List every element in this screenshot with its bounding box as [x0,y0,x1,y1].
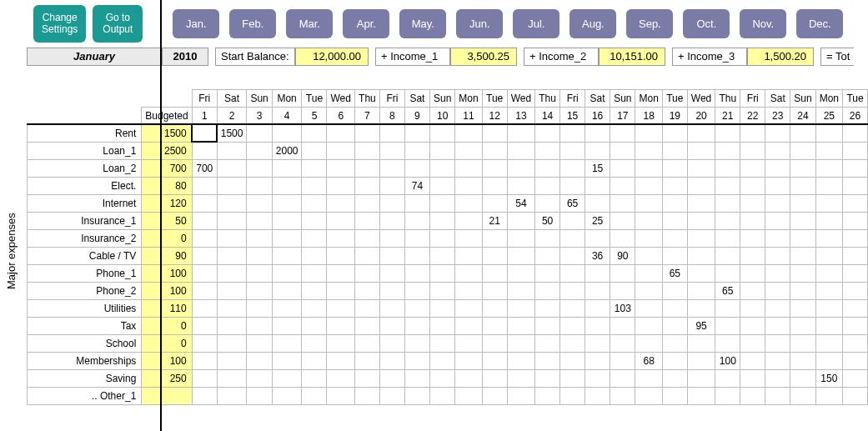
day-cell[interactable] [662,317,687,334]
day-cell[interactable] [327,317,354,334]
day-cell[interactable] [560,264,585,282]
day-cell[interactable] [217,194,247,212]
day-cell[interactable] [354,264,379,282]
day-cell[interactable] [404,124,429,142]
day-cell[interactable] [635,317,662,334]
day-cell[interactable] [843,334,868,352]
day-cell[interactable] [272,334,302,352]
day-cell[interactable] [404,212,429,229]
day-cell[interactable] [429,229,454,247]
day-cell[interactable] [192,299,217,317]
day-cell[interactable] [635,194,662,212]
day-cell[interactable] [192,142,217,159]
day-cell[interactable] [843,369,868,387]
day-cell[interactable] [217,212,247,229]
day-cell[interactable] [379,334,404,352]
day-cell[interactable] [302,212,327,229]
day-cell[interactable] [327,387,354,404]
day-cell[interactable] [217,159,247,177]
day-cell[interactable] [379,124,404,142]
day-cell[interactable] [535,142,560,159]
day-cell[interactable] [217,142,247,159]
day-cell[interactable] [482,159,507,177]
day-cell[interactable] [192,264,217,282]
day-cell[interactable] [843,159,868,177]
day-cell[interactable] [843,177,868,194]
day-cell[interactable] [482,334,507,352]
day-cell[interactable] [790,142,815,159]
day-cell[interactable] [635,334,662,352]
day-cell[interactable] [560,247,585,264]
day-cell[interactable] [482,124,507,142]
day-cell[interactable] [610,352,635,369]
day-cell[interactable] [429,352,454,369]
day-cell[interactable] [635,124,662,142]
day-cell[interactable] [687,142,715,159]
day-cell[interactable] [455,212,482,229]
day-cell[interactable] [327,159,354,177]
day-cell[interactable]: 54 [507,194,534,212]
day-cell[interactable] [302,177,327,194]
day-cell[interactable] [815,317,842,334]
day-cell[interactable] [247,299,272,317]
day-cell[interactable] [429,212,454,229]
day-cell[interactable] [247,317,272,334]
day-cell[interactable] [507,282,534,299]
day-cell[interactable] [247,264,272,282]
day-cell[interactable] [560,387,585,404]
day-cell[interactable] [635,369,662,387]
day-cell[interactable] [302,282,327,299]
day-cell[interactable] [354,194,379,212]
day-cell[interactable] [687,352,715,369]
day-cell[interactable] [272,369,302,387]
day-cell[interactable] [662,142,687,159]
month-button-sep[interactable]: Sep. [626,9,673,38]
day-cell[interactable] [217,177,247,194]
day-cell[interactable] [354,177,379,194]
budget-cell[interactable]: 100 [142,282,192,299]
day-cell[interactable] [302,264,327,282]
day-cell[interactable] [635,282,662,299]
day-cell[interactable] [379,352,404,369]
day-cell[interactable] [379,194,404,212]
day-cell[interactable] [507,177,534,194]
day-cell[interactable] [610,194,635,212]
day-cell[interactable] [192,387,217,404]
day-cell[interactable]: 150 [815,369,842,387]
income2-value[interactable]: 10,151.00 [599,48,665,66]
day-cell[interactable] [455,159,482,177]
day-cell[interactable] [740,247,765,264]
day-cell[interactable] [843,317,868,334]
day-cell[interactable] [662,159,687,177]
day-cell[interactable] [585,317,610,334]
day-cell[interactable] [482,177,507,194]
day-cell[interactable] [507,317,534,334]
day-cell[interactable] [192,177,217,194]
day-cell[interactable] [507,299,534,317]
day-cell[interactable] [354,317,379,334]
day-cell[interactable] [610,264,635,282]
month-button-nov[interactable]: Nov. [740,9,786,38]
day-cell[interactable] [635,247,662,264]
day-cell[interactable] [740,194,765,212]
day-cell[interactable] [217,387,247,404]
day-cell[interactable] [662,212,687,229]
day-cell[interactable] [662,247,687,264]
day-cell[interactable] [429,334,454,352]
day-cell[interactable] [354,124,379,142]
day-cell[interactable]: 95 [687,317,715,334]
day-cell[interactable] [662,229,687,247]
day-cell[interactable] [192,317,217,334]
day-cell[interactable] [765,264,790,282]
day-cell[interactable] [765,299,790,317]
day-cell[interactable] [429,317,454,334]
day-cell[interactable] [429,124,454,142]
day-cell[interactable] [843,352,868,369]
day-cell[interactable] [687,194,715,212]
day-cell[interactable] [765,142,790,159]
day-cell[interactable] [815,247,842,264]
day-cell[interactable] [192,229,217,247]
day-cell[interactable] [302,334,327,352]
month-button-jun[interactable]: Jun. [456,9,503,38]
income1-value[interactable]: 3,500.25 [450,48,517,66]
